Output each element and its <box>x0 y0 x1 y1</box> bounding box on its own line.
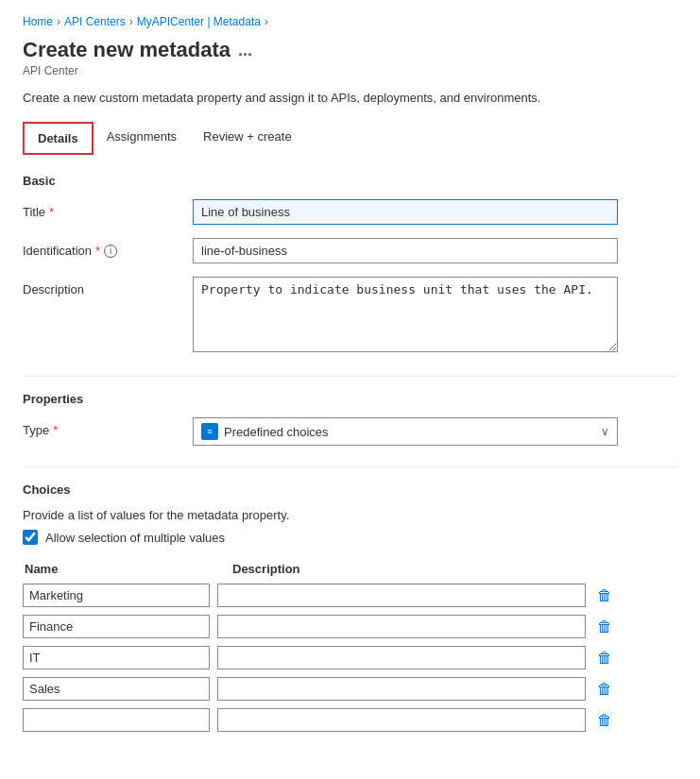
choices-section-label: Choices <box>23 483 677 497</box>
section-divider-1 <box>23 376 677 377</box>
breadcrumb-home[interactable]: Home <box>23 15 53 28</box>
title-label: Title * <box>23 199 193 219</box>
title-control <box>193 199 618 225</box>
delete-choice-button-3[interactable]: 🗑 <box>593 679 616 700</box>
choice-name-input-1[interactable] <box>23 615 210 638</box>
description-control: Property to indicate business unit that … <box>193 277 618 355</box>
choices-section: Choices Provide a list of values for the… <box>23 483 677 732</box>
breadcrumb: Home › API Centers › MyAPICenter | Metad… <box>23 15 677 28</box>
type-row: Type * ≡ Predefined choices ∨ <box>23 417 677 446</box>
multiple-values-row: Allow selection of multiple values <box>23 530 677 545</box>
multiple-values-label: Allow selection of multiple values <box>45 531 225 545</box>
description-label: Description <box>23 277 193 296</box>
delete-choice-button-0[interactable]: 🗑 <box>593 585 616 606</box>
choice-name-input-3[interactable] <box>23 677 210 701</box>
identification-row: Identification * i <box>23 238 677 263</box>
title-required: * <box>49 205 54 219</box>
title-input[interactable] <box>193 199 618 225</box>
title-row: Title * <box>23 199 677 225</box>
section-divider-2 <box>23 466 677 467</box>
type-select[interactable]: ≡ Predefined choices ∨ <box>193 417 618 446</box>
delete-choice-button-2[interactable]: 🗑 <box>593 648 616 669</box>
tab-review-create[interactable]: Review + create <box>190 122 305 155</box>
col-desc-header: Description <box>230 562 677 576</box>
basic-section-label: Basic <box>23 174 677 188</box>
more-options-button[interactable]: ... <box>238 41 252 60</box>
identification-info-icon[interactable]: i <box>104 245 117 258</box>
page-subtitle: API Center <box>23 64 677 77</box>
basic-section: Basic Title * Identification * i Descrip… <box>23 174 677 355</box>
tab-assignments[interactable]: Assignments <box>94 122 190 155</box>
choice-row-1: 🗑 <box>23 615 677 638</box>
identification-required: * <box>95 244 100 258</box>
choice-name-input-4[interactable] <box>23 708 210 732</box>
type-label: Type * <box>23 417 193 437</box>
choice-desc-input-3[interactable] <box>217 677 586 701</box>
page-description: Create a new custom metadata property an… <box>23 91 677 105</box>
choice-desc-input-0[interactable] <box>217 584 586 607</box>
choice-desc-input-4[interactable] <box>217 708 586 732</box>
description-row: Description Property to indicate busines… <box>23 277 677 355</box>
description-input[interactable]: Property to indicate business unit that … <box>193 277 618 352</box>
properties-section: Properties Type * ≡ Predefined choices ∨ <box>23 392 677 446</box>
type-required: * <box>53 423 58 437</box>
predefined-icon: ≡ <box>201 423 218 440</box>
properties-section-label: Properties <box>23 392 677 406</box>
choice-row-4: 🗑 <box>23 708 677 732</box>
breadcrumb-api-centers[interactable]: API Centers <box>64 15 126 28</box>
choice-row-0: 🗑 <box>23 584 677 607</box>
choice-desc-input-2[interactable] <box>217 646 586 669</box>
identification-input[interactable] <box>193 238 618 263</box>
page-title: Create new metadata ... <box>23 38 677 62</box>
choice-desc-input-1[interactable] <box>217 615 586 638</box>
breadcrumb-myapicenter[interactable]: MyAPICenter | Metadata <box>137 15 261 28</box>
choice-row-3: 🗑 <box>23 677 677 701</box>
tab-details[interactable]: Details <box>23 122 94 155</box>
delete-choice-button-1[interactable]: 🗑 <box>593 617 616 637</box>
choice-name-input-0[interactable] <box>23 584 210 607</box>
identification-control <box>193 238 618 263</box>
tabs-container: Details Assignments Review + create <box>23 122 677 155</box>
choice-name-input-2[interactable] <box>23 646 210 669</box>
choices-table-header: Name Description <box>23 562 677 576</box>
delete-choice-button-4[interactable]: 🗑 <box>593 710 616 731</box>
identification-label: Identification * i <box>23 238 193 258</box>
choices-description: Provide a list of values for the metadat… <box>23 508 677 522</box>
col-name-header: Name <box>23 562 230 576</box>
type-control: ≡ Predefined choices ∨ <box>193 417 618 446</box>
multiple-values-checkbox[interactable] <box>23 530 38 545</box>
chevron-down-icon: ∨ <box>601 425 609 438</box>
choice-row-2: 🗑 <box>23 646 677 669</box>
